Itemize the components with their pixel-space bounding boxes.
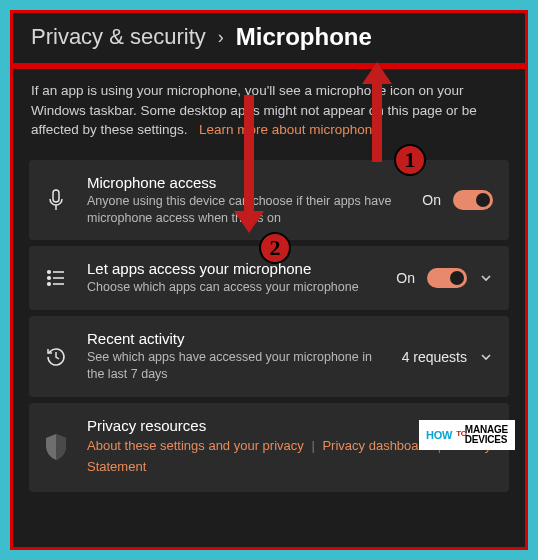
watermark-how: HOW (426, 430, 452, 441)
learn-more-link[interactable]: Learn more about microphone (199, 122, 380, 137)
microphone-icon (43, 189, 69, 211)
chevron-right-icon: › (218, 27, 224, 48)
annotation-arrow-1 (368, 60, 386, 160)
breadcrumb-current: Microphone (236, 23, 372, 51)
svg-point-4 (48, 277, 51, 280)
shield-icon (43, 433, 69, 461)
content-pane: If an app is using your microphone, you'… (10, 66, 528, 550)
chevron-down-icon[interactable] (479, 350, 493, 364)
watermark: HOW TO MANAGE DEVICES (419, 420, 515, 450)
chevron-down-icon[interactable] (479, 271, 493, 285)
breadcrumb: Privacy & security › Microphone (10, 10, 528, 66)
recent-activity-row[interactable]: Recent activity See which apps have acce… (29, 316, 509, 397)
svg-rect-0 (53, 190, 59, 202)
privacy-link-about[interactable]: About these settings and your privacy (87, 438, 304, 453)
microphone-access-state: On (422, 192, 441, 208)
annotation-badge-2: 2 (259, 232, 291, 264)
watermark-to: TO (456, 430, 467, 438)
recent-activity-count: 4 requests (402, 349, 467, 365)
list-icon (43, 269, 69, 287)
apps-access-sub: Choose which apps can access your microp… (87, 279, 378, 296)
separator: | (307, 438, 318, 453)
apps-access-toggle[interactable] (427, 268, 467, 288)
apps-access-state: On (396, 270, 415, 286)
intro-text: If an app is using your microphone, you'… (23, 81, 515, 154)
privacy-link-dashboard[interactable]: Privacy dashboard (322, 438, 430, 453)
history-icon (43, 346, 69, 368)
watermark-line2: DEVICES (465, 435, 508, 445)
microphone-access-row: Microphone access Anyone using this devi… (29, 160, 509, 241)
apps-access-title: Let apps access your microphone (87, 260, 378, 277)
settings-window: Privacy & security › Microphone If an ap… (10, 10, 528, 550)
svg-point-6 (48, 283, 51, 286)
microphone-access-toggle[interactable] (453, 190, 493, 210)
recent-activity-title: Recent activity (87, 330, 384, 347)
breadcrumb-parent[interactable]: Privacy & security (31, 24, 206, 50)
svg-point-2 (48, 271, 51, 274)
annotation-arrow-2 (240, 95, 258, 235)
recent-activity-sub: See which apps have accessed your microp… (87, 349, 384, 383)
annotation-badge-1: 1 (394, 144, 426, 176)
